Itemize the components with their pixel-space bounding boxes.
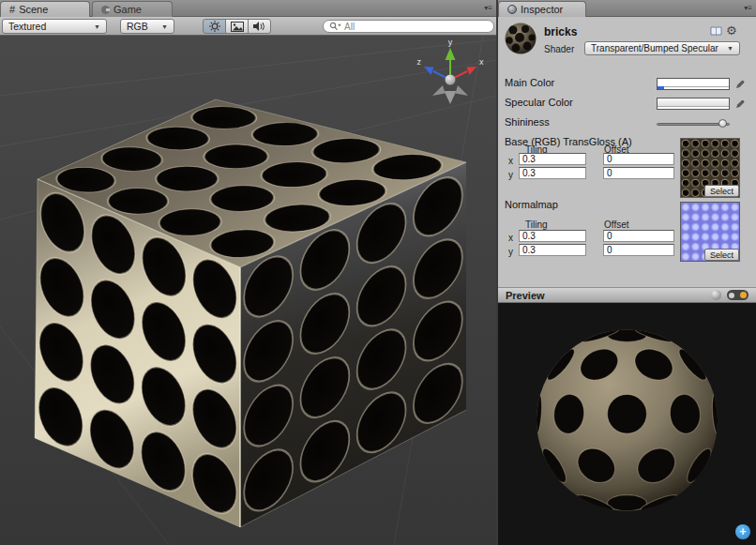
normal-map-label: Normalmap <box>505 199 558 210</box>
alpha-bar <box>658 86 729 89</box>
scene-grid-icon: # <box>9 5 15 14</box>
sun-icon <box>208 20 221 33</box>
color-mode-dropdown[interactable]: RGB ▼ <box>120 19 174 34</box>
shader-dropdown[interactable]: Transparent/Bumped Specular ▼ <box>584 41 740 55</box>
draw-mode-value: Textured <box>8 21 46 32</box>
normal-texture-thumbnail[interactable]: Select <box>680 202 740 262</box>
inspector-panel: Inspector ▾≡ bricks Shader Transparent/B… <box>498 0 756 545</box>
base-texture-thumbnail[interactable]: Select <box>680 138 740 198</box>
inspector-tabbar: Inspector ▾≡ <box>498 0 756 17</box>
shader-label: Shader <box>544 44 574 54</box>
gizmo-z-label: z <box>417 57 422 67</box>
render-mode-button[interactable] <box>225 19 249 34</box>
normal-offset-y-input[interactable] <box>603 244 674 256</box>
alpha-marker <box>658 86 664 89</box>
row-x-label: x <box>508 233 513 243</box>
scene-tabbar: # Scene Game ▾≡ <box>0 0 496 17</box>
inspector-icon <box>507 5 517 14</box>
gizmo-back-handle[interactable] <box>432 85 446 96</box>
specular-color-swatch[interactable] <box>657 98 730 110</box>
add-button[interactable]: + <box>735 524 750 539</box>
shader-value: Transparent/Bumped Specular <box>591 43 718 53</box>
base-offset-x-input[interactable] <box>603 153 674 165</box>
scene-3d-view[interactable]: y x z <box>0 36 496 545</box>
scene-toolbar: Textured ▼ RGB ▼ <box>0 17 496 36</box>
z-axis-cone[interactable] <box>424 67 434 75</box>
tab-scene[interactable]: # Scene <box>0 1 90 17</box>
base-tiling-x-input[interactable] <box>519 153 586 165</box>
gizmo-back-handle[interactable] <box>456 85 469 96</box>
gizmo-back-handle[interactable] <box>445 91 457 104</box>
help-book-icon[interactable] <box>710 25 722 37</box>
base-select-button[interactable]: Select <box>704 185 739 197</box>
scene-pane-menu-icon[interactable]: ▾≡ <box>484 4 492 12</box>
lighting-toggle-button[interactable] <box>203 19 226 34</box>
row-y-label: y <box>508 170 513 180</box>
chevron-down-icon: ▼ <box>161 23 168 30</box>
base-tiling-y-input[interactable] <box>519 167 586 179</box>
eyedropper-icon[interactable] <box>734 97 745 109</box>
material-preview-area[interactable]: + <box>498 303 756 545</box>
textured-cube[interactable] <box>35 99 466 527</box>
preview-render <box>498 303 756 545</box>
tiling-header: Tiling <box>525 220 548 230</box>
unity-editor-window: # Scene Game ▾≡ Textured ▼ RGB ▼ <box>0 0 756 545</box>
preview-shape-icon[interactable] <box>711 290 721 300</box>
search-input[interactable]: All <box>323 20 494 33</box>
shininess-label: Shininess <box>505 116 550 128</box>
image-icon <box>231 22 244 32</box>
audio-icon <box>252 21 266 32</box>
normal-select-button[interactable]: Select <box>704 249 739 261</box>
tab-game[interactable]: Game <box>92 1 173 17</box>
audio-toggle-button[interactable] <box>248 19 271 34</box>
base-offset-y-input[interactable] <box>603 167 674 179</box>
toggle-dot-active-icon <box>740 292 747 298</box>
x-axis-cone[interactable] <box>467 67 477 75</box>
row-x-label: x <box>508 156 513 166</box>
color-mode-value: RGB <box>127 21 148 32</box>
offset-header: Offset <box>604 220 629 230</box>
material-preview-icon <box>504 22 537 55</box>
search-icon <box>329 22 341 31</box>
gizmo-center-ball[interactable] <box>446 75 456 85</box>
chevron-down-icon: ▼ <box>94 23 100 30</box>
alpha-bar <box>658 106 729 109</box>
normal-offset-x-input[interactable] <box>603 230 674 242</box>
preview-options-toggle[interactable] <box>727 290 748 300</box>
normal-tiling-y-input[interactable] <box>519 244 586 256</box>
tab-scene-label: Scene <box>19 4 48 15</box>
chevron-down-icon: ▼ <box>727 45 733 52</box>
eyedropper-icon[interactable] <box>734 77 745 89</box>
toggle-dot-icon <box>729 293 734 298</box>
scene-panel: # Scene Game ▾≡ Textured ▼ RGB ▼ <box>0 0 496 545</box>
main-color-swatch[interactable] <box>657 78 730 90</box>
inspector-pane-menu-icon[interactable]: ▾≡ <box>744 4 752 12</box>
y-axis-cone[interactable] <box>446 48 456 60</box>
game-icon <box>101 6 110 14</box>
gear-icon[interactable]: ⚙ <box>726 24 737 37</box>
gizmo-y-label: y <box>448 38 453 47</box>
tab-inspector-label: Inspector <box>521 4 563 15</box>
normal-tiling-x-input[interactable] <box>519 230 586 242</box>
main-color-label: Main Color <box>505 77 554 88</box>
material-name: bricks <box>544 25 577 38</box>
scene-viewport[interactable]: y x z <box>0 36 496 545</box>
shininess-slider-thumb[interactable] <box>718 119 727 128</box>
specular-color-label: Specular Color <box>505 97 573 108</box>
gizmo-x-label: x <box>479 57 484 67</box>
preview-label: Preview <box>506 290 545 301</box>
tab-game-label: Game <box>113 4 142 15</box>
tab-inspector[interactable]: Inspector <box>498 1 586 17</box>
preview-header: Preview <box>498 287 756 303</box>
search-text: All <box>344 22 355 32</box>
row-y-label: y <box>508 247 513 257</box>
draw-mode-dropdown[interactable]: Textured ▼ <box>2 19 107 34</box>
